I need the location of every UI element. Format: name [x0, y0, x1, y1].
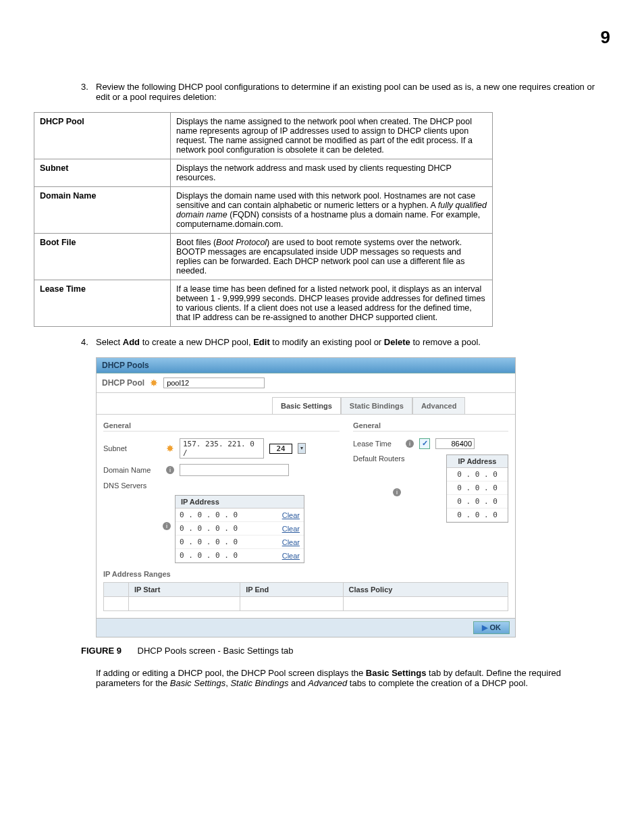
dns-header: IP Address [176, 496, 304, 509]
text: tabs to complete the creation of a DHCP … [347, 678, 528, 688]
lease-time-input[interactable] [435, 438, 475, 449]
ranges-col-policy[interactable]: Class Policy [343, 583, 508, 597]
text: and [288, 678, 308, 688]
ok-icon: ▶ [482, 623, 487, 631]
tab-bar: Basic Settings Static Bindings Advanced [272, 393, 515, 414]
dns-row: 0 . 0 . 0 . 0 Clear [176, 536, 304, 549]
clear-link[interactable]: Clear [282, 511, 300, 519]
step-4-text: Select Add to create a new DHCP pool, Ed… [96, 337, 610, 347]
def-label-lease-time: Lease Time [34, 280, 171, 327]
router-row[interactable]: 0 . 0 . 0 [447, 481, 508, 495]
ok-button[interactable]: ▶ OK [473, 621, 510, 634]
pool-name-label: DHCP Pool [102, 378, 144, 388]
ip-ranges-title: IP Address Ranges [103, 570, 508, 578]
text: Boot files ( [176, 238, 216, 247]
text-italic: Basic Settings [170, 678, 225, 688]
ok-label: OK [490, 623, 502, 631]
ip-ranges-table: IP Start IP End Class Policy [103, 582, 508, 611]
info-icon[interactable]: i [406, 440, 414, 448]
domain-name-input[interactable] [180, 464, 289, 476]
router-row[interactable]: 0 . 0 . 0 [447, 468, 508, 481]
def-label-boot-file: Boot File [34, 234, 171, 280]
pool-name-row: DHCP Pool ✸ [97, 373, 515, 393]
definitions-table: DHCP Pool Displays the name assigned to … [34, 112, 493, 327]
fieldset-general-left: General [103, 421, 340, 432]
dns-ip[interactable]: 0 . 0 . 0 . 0 [180, 551, 238, 560]
def-desc-dhcp-pool: Displays the name assigned to the networ… [171, 113, 493, 159]
panel-body: General Subnet ✸ 157. 235. 221. 0 / 24 ▾… [97, 414, 515, 570]
tab-basic-settings[interactable]: Basic Settings [272, 397, 341, 414]
step-3-number: 3. [81, 82, 96, 102]
dns-servers-label: DNS Servers [103, 481, 161, 490]
router-row[interactable]: 0 . 0 . 0 [447, 495, 508, 509]
info-icon[interactable]: i [393, 488, 401, 496]
text: to remove a pool. [410, 337, 481, 347]
cidr-dropdown-icon[interactable]: ▾ [298, 443, 306, 454]
subnet-input[interactable]: 157. 235. 221. 0 / [180, 438, 264, 459]
dhcp-pools-screenshot: DHCP Pools DHCP Pool ✸ Basic Settings St… [96, 357, 516, 637]
step-4: 4. Select Add to create a new DHCP pool,… [81, 337, 610, 347]
text-bold: Edit [253, 337, 270, 347]
def-label-subnet: Subnet [34, 159, 171, 187]
dns-ip[interactable]: 0 . 0 . 0 . 0 [180, 524, 238, 533]
lease-time-row: Lease Time i ✓ [353, 438, 508, 449]
text-bold: Add [123, 337, 140, 347]
cidr-input[interactable]: 24 [269, 444, 292, 454]
def-label-domain-name: Domain Name [34, 187, 171, 234]
right-column: General Lease Time i ✓ Default Routers I… [353, 421, 508, 563]
table-row: DHCP Pool Displays the name assigned to … [34, 113, 493, 159]
text-bold: Delete [384, 337, 410, 347]
def-desc-domain-name: Displays the domain name used with this … [171, 187, 493, 234]
ranges-col-end[interactable]: IP End [240, 583, 343, 597]
subnet-row: Subnet ✸ 157. 235. 221. 0 / 24 ▾ [103, 438, 340, 459]
left-column: General Subnet ✸ 157. 235. 221. 0 / 24 ▾… [103, 421, 340, 563]
text: Displays the domain name used with this … [176, 191, 475, 210]
table-row: Boot File Boot files (Boot Protocol) are… [34, 234, 493, 280]
dns-servers-table: IP Address 0 . 0 . 0 . 0 Clear 0 . 0 . 0… [175, 495, 304, 563]
table-row: Subnet Displays the network address and … [34, 159, 493, 187]
domain-name-label: Domain Name [103, 466, 161, 474]
info-icon[interactable]: i [163, 522, 171, 530]
pool-name-input[interactable] [163, 377, 265, 388]
clear-link[interactable]: Clear [282, 525, 300, 533]
dns-ip[interactable]: 0 . 0 . 0 . 0 [180, 511, 238, 519]
fieldset-general-right: General [353, 421, 508, 432]
def-desc-subnet: Displays the network address and mask us… [171, 159, 493, 187]
ranges-empty-row[interactable] [104, 597, 508, 611]
def-label-dhcp-pool: DHCP Pool [34, 113, 171, 159]
text: If adding or editing a DHCP pool, the DH… [96, 668, 366, 678]
tab-static-bindings[interactable]: Static Bindings [341, 397, 412, 414]
text-italic: Static Bindings [230, 678, 288, 688]
panel-footer: ▶ OK [97, 618, 515, 637]
tab-advanced[interactable]: Advanced [412, 397, 466, 414]
step-3-text: Review the following DHCP pool configura… [96, 82, 610, 102]
text-italic: Boot Protocol [216, 238, 267, 247]
dns-row: 0 . 0 . 0 . 0 Clear [176, 509, 304, 522]
text-bold: Basic Settings [366, 668, 427, 678]
figure-number: FIGURE 9 [81, 646, 122, 656]
info-icon[interactable]: i [166, 466, 174, 474]
def-desc-lease-time: If a lease time has been defined for a l… [171, 280, 493, 327]
figure-text: DHCP Pools screen - Basic Settings tab [138, 646, 294, 656]
figure-caption: FIGURE 9 DHCP Pools screen - Basic Setti… [81, 646, 610, 656]
lease-time-checkbox[interactable]: ✓ [419, 438, 430, 449]
ranges-col-start[interactable]: IP Start [129, 583, 240, 597]
dns-servers-row: DNS Servers [103, 481, 340, 490]
router-row[interactable]: 0 . 0 . 0 [447, 509, 508, 522]
default-routers-table: IP Address 0 . 0 . 0 0 . 0 . 0 0 . 0 . 0… [446, 454, 508, 523]
dns-ip[interactable]: 0 . 0 . 0 . 0 [180, 538, 238, 546]
dns-body[interactable]: 0 . 0 . 0 . 0 Clear 0 . 0 . 0 . 0 Clear … [176, 509, 304, 563]
required-icon: ✸ [150, 377, 158, 388]
dns-row: 0 . 0 . 0 . 0 Clear [176, 522, 304, 536]
table-row: Lease Time If a lease time has been defi… [34, 280, 493, 327]
panel-title: DHCP Pools [97, 358, 515, 373]
text: to modify an existing pool or [270, 337, 384, 347]
text-italic: Advanced [308, 678, 347, 688]
step-3: 3. Review the following DHCP pool config… [81, 82, 610, 102]
clear-link[interactable]: Clear [282, 538, 300, 546]
def-desc-boot-file: Boot files (Boot Protocol) are used to b… [171, 234, 493, 280]
text: Select [96, 337, 123, 347]
ranges-col-blank [104, 583, 129, 597]
clear-link[interactable]: Clear [282, 552, 300, 560]
dns-row: 0 . 0 . 0 . 0 Clear [176, 549, 304, 563]
